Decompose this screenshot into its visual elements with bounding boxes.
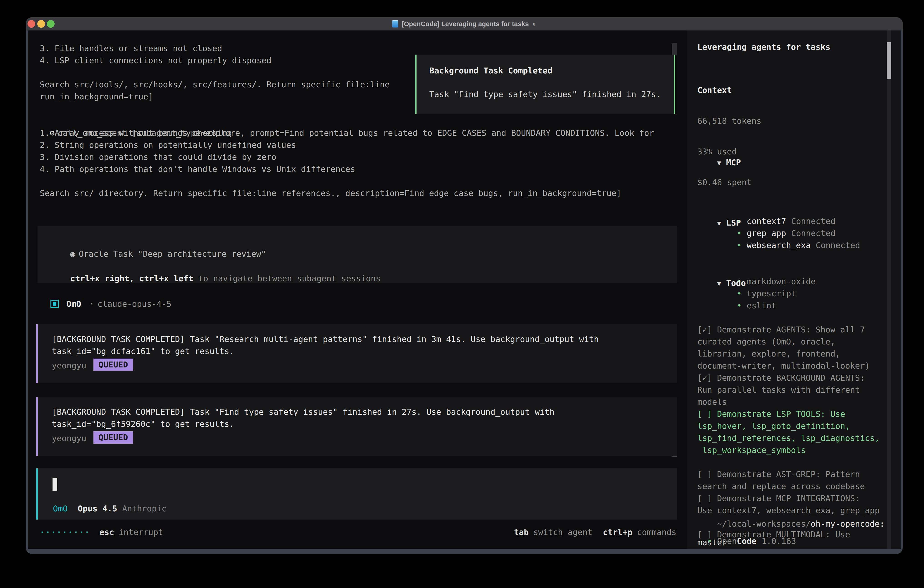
tab-key-hint: tab (514, 527, 529, 537)
status-dot-icon: • (707, 537, 712, 546)
todo-line: lsp_hover, lsp_goto_definition, (697, 420, 879, 432)
todo-line: librarian, explore, frontend, (697, 348, 879, 360)
version-name-prefix: Open (717, 537, 737, 546)
oracle-task-title: Oracle Task "Deep architecture review" (79, 249, 266, 259)
collapse-triangle-icon: ▼ (717, 159, 721, 167)
todo-heading: Todo (726, 278, 746, 287)
esc-key-label: interrupt (119, 527, 163, 537)
notification-body: Task "Find type safety issues" finished … (429, 88, 661, 100)
half-circle-icon: ◐ (533, 20, 536, 28)
todo-line-text: curated agents (OmO, oracle, (697, 337, 835, 346)
prompt-input[interactable]: OmO Opus 4.5 Anthropic (36, 468, 677, 520)
task-line2: task_id="bg_dcfac161" to get results. (52, 345, 234, 357)
status-badge: QUEUED (94, 358, 133, 371)
footer-provider-name: Anthropic (122, 502, 167, 515)
ctrlp-key-hint: ctrl+p (603, 527, 632, 537)
text-cursor (53, 478, 57, 491)
minimize-button[interactable] (37, 20, 45, 28)
todo-line-text: [✓] Demonstrate BACKGROUND AGENTS: (697, 373, 865, 382)
todo-line-text: [ ] Demonstrate AST-GREP: Pattern (697, 469, 860, 479)
zoom-button[interactable] (47, 20, 54, 28)
task-result-box-1: [BACKGROUND TASK COMPLETED] Task "Resear… (36, 324, 677, 383)
transcript-line (40, 66, 390, 78)
context-tokens: 66,518 tokens (697, 115, 761, 127)
todo-line: lsp_find_references, lsp_diagnostics, (697, 432, 879, 444)
status-badge: QUEUED (94, 431, 133, 444)
tool-call-item: 2. String operations on potentially unde… (40, 139, 355, 151)
version-name-suffix: Code (737, 537, 757, 546)
window-title: [OpenCode] Leveraging agents for tasks (402, 20, 529, 28)
context-heading: Context (697, 84, 761, 96)
footer-agent-name: OmO (53, 502, 68, 515)
mcp-heading-row[interactable]: ▼MCP (697, 144, 860, 157)
footer-model-name[interactable]: Opus 4.5 (78, 502, 117, 515)
task-line1: [BACKGROUND TASK COMPLETED] Task "Resear… (52, 333, 599, 345)
tool-call-item: 1. Array access without bounds checking (40, 127, 355, 139)
workspace-section: ~/local-workspaces/oh-my-opencode: maste… (697, 487, 884, 558)
ctrlp-key-label: commands (637, 527, 676, 537)
todo-line: [ ] Demonstrate AST-GREP: Pattern (697, 468, 879, 480)
spinner-dots-icon: ········· (40, 527, 90, 537)
background-task-notification: Background Task Completed Task "Find typ… (415, 55, 675, 114)
todo-line: curated agents (OmO, oracle, (697, 335, 879, 348)
todo-heading-row[interactable]: ▼Todo (697, 265, 879, 277)
sidebar-scrollbar-track[interactable] (887, 30, 891, 549)
task-user: yeongyu (52, 432, 86, 444)
window-title-group: [OpenCode] Leveraging agents for tasks ◐ (392, 20, 536, 28)
transcript-line: 4. LSP client connections not properly d… (40, 55, 390, 66)
statusbar-left: ········· esc interrupt (40, 527, 163, 537)
notification-title: Background Task Completed (429, 64, 553, 77)
todo-line-text: librarian, explore, frontend, (697, 349, 840, 358)
transcript-line: Search src/tools/, src/hooks/, src/featu… (40, 78, 390, 91)
tool-call-item: 4. Path operations that don't handle Win… (40, 163, 355, 175)
oracle-hint-text: to navigate between subagent sessions (193, 274, 381, 283)
todo-line: [✓] Demonstrate AGENTS: Show all 7 (697, 324, 879, 335)
agent-name: OmO (66, 299, 81, 309)
oracle-task-box: ◉Oracle Task "Deep architecture review" … (38, 226, 677, 283)
todo-line-text: models (697, 397, 727, 406)
radio-icon: ◉ (70, 249, 75, 259)
todo-line: models (697, 396, 879, 408)
task-line2: task_id="bg_6f59260c" to get results. (52, 418, 234, 430)
todo-line: [✓] Demonstrate BACKGROUND AGENTS: (697, 372, 879, 384)
todo-line-text: document-writer, multimodal-looker) (697, 361, 870, 370)
titlebar[interactable]: [OpenCode] Leveraging agents for tasks ◐ (26, 17, 903, 30)
main-scrollbar-thumb-top[interactable] (672, 43, 676, 55)
esc-key-hint: esc (99, 527, 114, 537)
agent-header: OmO · claude-opus-4-5 (51, 299, 172, 309)
tool-call-items: 1. Array access without bounds checking2… (40, 127, 355, 175)
session-title: Leveraging agents for tasks (697, 41, 830, 53)
workspace-path-name: oh-my-opencode: (811, 519, 884, 529)
tool-call-tail: Search src/ directory. Return specific f… (40, 187, 621, 199)
todo-line-text: Run parallel tasks with different (697, 385, 860, 395)
version-number: 1.0.163 (761, 537, 796, 546)
document-icon (392, 20, 398, 28)
sidebar-scrollbar-thumb[interactable] (887, 42, 891, 79)
todo-line (697, 456, 879, 468)
agent-model: claude-opus-4-5 (97, 299, 172, 309)
todo-line-text: lsp_workspace_symbols (697, 446, 806, 455)
todo-line-text: [✓] Demonstrate AGENTS: Show all 7 (697, 325, 865, 334)
todo-line-text: lsp_hover, lsp_goto_definition, (697, 421, 850, 431)
tool-call-line: ⚙call_omo_agent [subagent_type=explore, … (40, 115, 654, 127)
close-button[interactable] (28, 20, 35, 28)
task-user: yeongyu (52, 360, 86, 372)
todo-line: Run parallel tasks with different (697, 384, 879, 396)
tab-key-label: switch agent (533, 527, 592, 537)
tool-call-item: 3. Division operations that could divide… (40, 151, 355, 163)
separator-dot: · (89, 299, 94, 309)
transcript-line: run_in_background=true] (40, 91, 390, 102)
collapse-triangle-icon: ▼ (717, 279, 721, 287)
input-footer: OmO Opus 4.5 Anthropic (53, 502, 167, 515)
agent-checkbox-icon (51, 300, 59, 308)
transcript-line: 3. File handles or streams not closed (40, 42, 390, 55)
mcp-heading: MCP (726, 158, 741, 167)
statusbar-right: tab switch agent ctrl+p commands (514, 527, 676, 537)
version-line: •OpenCode1.0.163 (697, 523, 796, 535)
task-result-box-2: [BACKGROUND TASK COMPLETED] Task "Find t… (36, 397, 677, 456)
todo-line: lsp_workspace_symbols (697, 444, 879, 456)
lsp-heading-row[interactable]: ▼LSP (697, 205, 816, 217)
todo-line-text: lsp_find_references, lsp_diagnostics, (697, 433, 879, 443)
oracle-hint-keys: ctrl+x right, ctrl+x left (70, 274, 193, 283)
lsp-heading: LSP (726, 218, 741, 227)
